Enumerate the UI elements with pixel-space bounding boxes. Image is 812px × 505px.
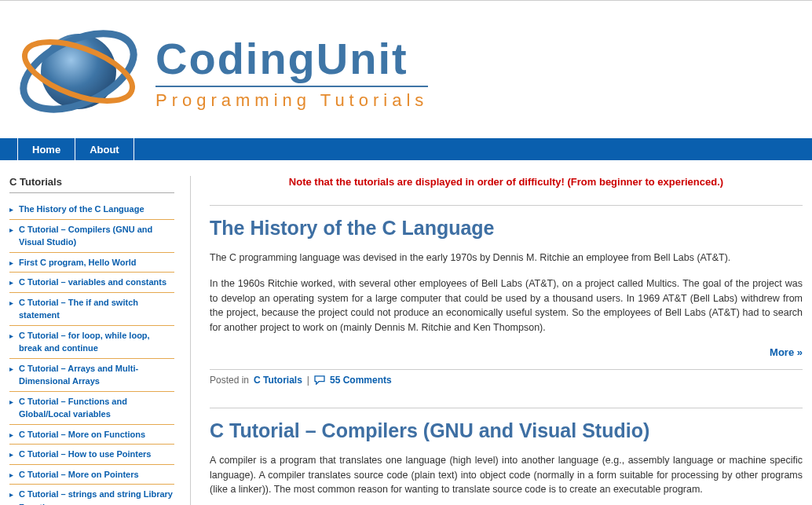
nav-home[interactable]: Home xyxy=(17,138,75,160)
site-logo[interactable]: CodingUnit Programming Tutorials xyxy=(16,9,428,134)
more-link[interactable]: More » xyxy=(770,346,803,358)
meta-category-link[interactable]: C Tutorials xyxy=(254,375,302,386)
sidebar-link[interactable]: C Tutorial – The if and switch statement xyxy=(19,298,138,320)
sidebar-item: C Tutorial – More on Pointers xyxy=(9,465,174,485)
sidebar-item: C Tutorial – for loop, while loop, break… xyxy=(9,326,174,359)
sidebar-item: C Tutorial – How to use Pointers xyxy=(9,445,174,465)
sidebar-item: C Tutorial – The if and switch statement xyxy=(9,293,174,326)
meta-prefix: Posted in xyxy=(210,375,249,386)
nav-about[interactable]: About xyxy=(75,138,134,160)
main-content: Note that the tutorials are displayed in… xyxy=(190,176,803,505)
sidebar-link[interactable]: The History of the C Language xyxy=(19,204,144,214)
article: C Tutorial – Compilers (GNU and Visual S… xyxy=(210,408,803,505)
sidebar-title: C Tutorials xyxy=(9,176,174,193)
sidebar-item: The History of the C Language xyxy=(9,199,174,220)
sidebar-item: C Tutorial – Compilers (GNU and Visual S… xyxy=(9,220,174,253)
sidebar: C Tutorials The History of the C Languag… xyxy=(9,176,174,505)
sidebar-link[interactable]: First C program, Hello World xyxy=(19,258,137,267)
site-title: CodingUnit xyxy=(155,33,428,84)
main-nav: Home About xyxy=(0,138,812,160)
site-subtitle: Programming Tutorials xyxy=(155,86,428,111)
post-meta: Posted in C Tutorials | 55 Comments xyxy=(210,369,803,386)
article-paragraph: In the 1960s Ritchie worked, with severa… xyxy=(210,276,803,335)
sidebar-link[interactable]: C Tutorial – variables and constants xyxy=(19,277,166,287)
sidebar-link[interactable]: C Tutorial – Compilers (GNU and Visual S… xyxy=(19,225,152,247)
sidebar-link[interactable]: C Tutorial – strings and string Library … xyxy=(19,489,173,505)
comment-icon xyxy=(314,375,325,385)
sidebar-item: C Tutorial – variables and constants xyxy=(9,273,174,293)
sidebar-item: First C program, Hello World xyxy=(9,253,174,273)
notice-banner: Note that the tutorials are displayed in… xyxy=(210,176,803,188)
sidebar-link[interactable]: C Tutorial – How to use Pointers xyxy=(19,449,151,459)
article-body: A compiler is a program that translates … xyxy=(210,453,803,505)
article-paragraph: A compiler is a program that translates … xyxy=(210,453,803,497)
sidebar-link[interactable]: C Tutorial – for loop, while loop, break… xyxy=(19,331,150,353)
meta-separator: | xyxy=(307,375,309,386)
globe-logo-icon xyxy=(16,9,141,134)
more-link-wrap: More » xyxy=(210,346,803,358)
article-body: The C programming language was devised i… xyxy=(210,251,803,335)
sidebar-link[interactable]: C Tutorial – Arrays and Multi-Dimensiona… xyxy=(19,364,138,386)
article-title[interactable]: The History of the C Language xyxy=(210,217,803,240)
sidebar-item: C Tutorial – Arrays and Multi-Dimensiona… xyxy=(9,359,174,392)
sidebar-list: The History of the C Language C Tutorial… xyxy=(9,199,174,505)
sidebar-item: C Tutorial – strings and string Library … xyxy=(9,485,174,505)
sidebar-link[interactable]: C Tutorial – Functions and Global/Local … xyxy=(19,397,127,419)
article-paragraph: The C programming language was devised i… xyxy=(210,251,803,265)
meta-comments-link[interactable]: 55 Comments xyxy=(330,375,392,386)
site-header: CodingUnit Programming Tutorials xyxy=(0,1,812,138)
sidebar-item: C Tutorial – More on Functions xyxy=(9,425,174,445)
article: The History of the C Language The C prog… xyxy=(210,205,803,386)
article-title[interactable]: C Tutorial – Compilers (GNU and Visual S… xyxy=(210,419,803,442)
sidebar-link[interactable]: C Tutorial – More on Pointers xyxy=(19,470,139,479)
sidebar-item: C Tutorial – Functions and Global/Local … xyxy=(9,392,174,425)
sidebar-link[interactable]: C Tutorial – More on Functions xyxy=(19,430,145,439)
